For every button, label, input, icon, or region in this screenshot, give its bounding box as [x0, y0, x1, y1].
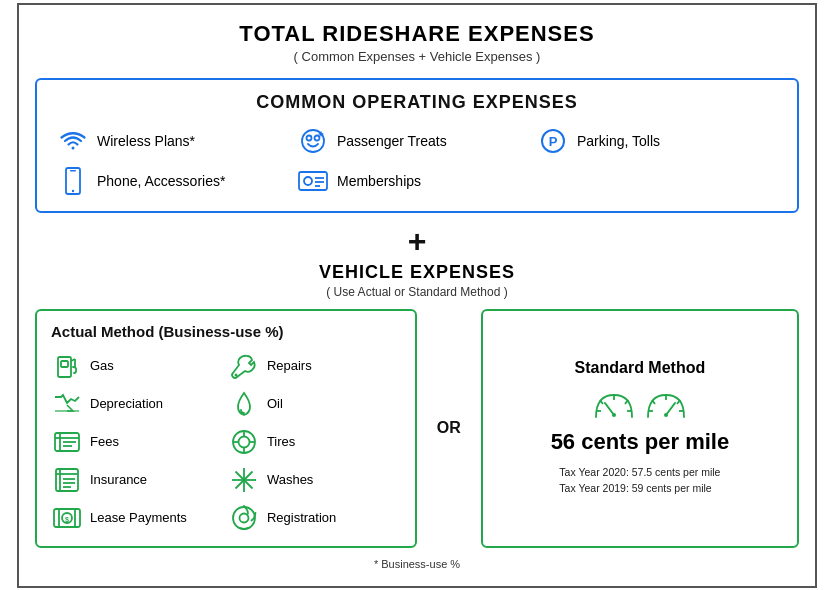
speedometer-left-icon — [590, 387, 638, 421]
svg-line-51 — [605, 403, 614, 415]
phone-icon — [57, 165, 89, 197]
insurance-label: Insurance — [90, 472, 147, 487]
actual-items-grid: Gas Repairs — [51, 350, 401, 534]
svg-line-47 — [600, 400, 603, 404]
svg-point-24 — [238, 436, 249, 447]
gas-label: Gas — [90, 358, 114, 373]
svg-point-9 — [304, 177, 312, 185]
actual-title: Actual Method (Business-use %) — [51, 323, 401, 340]
gas-icon — [51, 350, 83, 382]
tax-notes: Tax Year 2020: 57.5 cents per mile Tax Y… — [559, 465, 720, 497]
insurance-icon — [51, 464, 83, 496]
svg-point-59 — [664, 413, 668, 417]
tax-note-2020: Tax Year 2020: 57.5 cents per mile — [559, 465, 720, 481]
vehicle-subtitle: ( Use Actual or Standard Method ) — [35, 285, 799, 299]
membership-icon — [297, 165, 329, 197]
depreciation-icon — [51, 388, 83, 420]
svg-line-58 — [666, 403, 675, 415]
svg-point-45 — [239, 513, 248, 522]
plus-sign: + — [35, 223, 799, 260]
tires-icon — [228, 426, 260, 458]
methods-row: Actual Method (Business-use %) Gas — [35, 309, 799, 548]
phone-label: Phone, Accessories* — [97, 173, 225, 189]
lease-label: Lease Payments — [90, 510, 187, 525]
footnote: * Business-use % — [35, 558, 799, 570]
svg-rect-7 — [70, 170, 76, 172]
actual-item-depreciation: Depreciation — [51, 388, 224, 420]
svg-point-44 — [233, 507, 255, 529]
vehicle-title: VEHICLE EXPENSES — [35, 262, 799, 283]
standard-method-box: Standard Method — [481, 309, 799, 548]
svg-rect-14 — [61, 361, 68, 367]
parking-label: Parking, Tolls — [577, 133, 660, 149]
actual-item-lease: $ Lease Payments — [51, 502, 224, 534]
treat-icon — [297, 125, 329, 157]
svg-point-52 — [612, 413, 616, 417]
actual-item-oil: Oil — [228, 388, 401, 420]
cents-per-mile: 56 cents per mile — [551, 429, 730, 455]
common-box-title: COMMON OPERATING EXPENSES — [57, 92, 777, 113]
treats-label: Passenger Treats — [337, 133, 447, 149]
actual-item-registration: Registration — [228, 502, 401, 534]
common-item-memberships: Memberships — [297, 165, 537, 197]
memberships-label: Memberships — [337, 173, 421, 189]
actual-item-fees: Fees — [51, 426, 224, 458]
or-label: OR — [433, 309, 465, 548]
washes-label: Washes — [267, 472, 313, 487]
fees-label: Fees — [90, 434, 119, 449]
washes-icon — [228, 464, 260, 496]
svg-point-17 — [234, 373, 237, 376]
common-item-wireless: Wireless Plans* — [57, 125, 297, 157]
registration-icon — [228, 502, 260, 534]
actual-method-box: Actual Method (Business-use %) Gas — [35, 309, 417, 548]
svg-line-55 — [677, 400, 680, 404]
tax-note-2019: Tax Year 2019: 59 cents per mile — [559, 481, 720, 497]
speedometer-right-icon — [642, 387, 690, 421]
wifi-icon — [57, 125, 89, 157]
lease-icon: $ — [51, 502, 83, 534]
actual-item-repairs: Repairs — [228, 350, 401, 382]
registration-label: Registration — [267, 510, 336, 525]
common-item-phone: Phone, Accessories* — [57, 165, 297, 197]
repairs-icon — [228, 350, 260, 382]
outer-container: TOTAL RIDESHARE EXPENSES ( Common Expens… — [17, 3, 817, 588]
fees-icon — [51, 426, 83, 458]
svg-text:P: P — [549, 134, 558, 149]
actual-item-washes: Washes — [228, 464, 401, 496]
speedometer-icons — [590, 387, 690, 421]
parking-icon: P — [537, 125, 569, 157]
svg-text:$: $ — [65, 515, 69, 523]
common-expenses-box: COMMON OPERATING EXPENSES Wireless Plans… — [35, 78, 799, 213]
svg-line-48 — [625, 400, 628, 404]
svg-point-2 — [315, 135, 320, 140]
common-item-treats: Passenger Treats — [297, 125, 537, 157]
common-items-grid: Wireless Plans* Passenger Treats — [57, 125, 777, 197]
actual-item-tires: Tires — [228, 426, 401, 458]
repairs-label: Repairs — [267, 358, 312, 373]
main-title: TOTAL RIDESHARE EXPENSES — [35, 21, 799, 47]
actual-item-insurance: Insurance — [51, 464, 224, 496]
svg-point-1 — [307, 135, 312, 140]
oil-icon — [228, 388, 260, 420]
svg-line-54 — [652, 400, 655, 404]
standard-title: Standard Method — [575, 359, 706, 377]
svg-point-6 — [72, 189, 74, 191]
wireless-label: Wireless Plans* — [97, 133, 195, 149]
actual-item-gas: Gas — [51, 350, 224, 382]
common-item-parking: P Parking, Tolls — [537, 125, 777, 157]
depreciation-label: Depreciation — [90, 396, 163, 411]
oil-label: Oil — [267, 396, 283, 411]
tires-label: Tires — [267, 434, 295, 449]
main-subtitle: ( Common Expenses + Vehicle Expenses ) — [35, 49, 799, 64]
